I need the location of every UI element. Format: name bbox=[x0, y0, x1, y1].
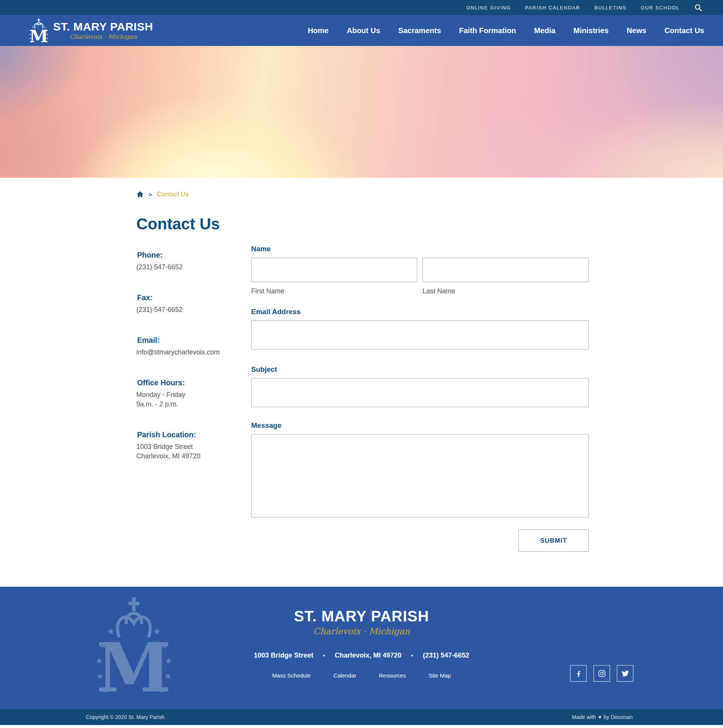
parish-location-street: 1003 Bridge Street bbox=[136, 442, 234, 451]
svg-text:★: ★ bbox=[32, 26, 34, 28]
office-hours-times: 9a.m. - 2 p.m. bbox=[136, 399, 234, 409]
topbar-link-bulletins[interactable]: BULLETINS bbox=[594, 5, 626, 11]
svg-text:★: ★ bbox=[153, 627, 161, 636]
svg-text:★: ★ bbox=[31, 41, 32, 43]
message-textarea[interactable] bbox=[251, 434, 588, 517]
svg-text:★: ★ bbox=[29, 33, 31, 35]
topbar-link-parish-calendar[interactable]: PARISH CALENDAR bbox=[525, 5, 580, 11]
nav-item-faith-formation[interactable]: Faith Formation bbox=[459, 26, 516, 35]
brand-home-link[interactable]: M ★ ★ ★ ★ ★ ★ ★ ★ ★ ★ ST. MARY PARISH Ch… bbox=[29, 17, 153, 44]
footer-link-resources[interactable]: Resources bbox=[379, 672, 406, 679]
contact-info-column: Phone: (231) 547-6652 Fax: (231) 547-665… bbox=[136, 244, 234, 552]
main-content: > Contact Us Contact Us Phone: (231) 547… bbox=[0, 190, 723, 587]
instagram-icon[interactable] bbox=[593, 665, 610, 682]
last-name-input[interactable] bbox=[422, 258, 588, 282]
last-name-sublabel: Last Name bbox=[422, 287, 588, 296]
nav-item-sacraments[interactable]: Sacraments bbox=[398, 26, 441, 35]
topbar-link-our-school[interactable]: OUR SCHOOL bbox=[641, 5, 680, 11]
message-field-label: Message bbox=[251, 421, 588, 430]
svg-text:★: ★ bbox=[159, 685, 166, 695]
credit-text: Made with ♥ by Diocesan bbox=[572, 714, 633, 720]
nav-item-news[interactable]: News bbox=[627, 26, 646, 35]
brand-tagline: Charlevoix · Michigan bbox=[69, 33, 136, 41]
contact-form: Name First Name Last Name Email Address … bbox=[251, 244, 588, 552]
subject-field-label: Subject bbox=[251, 364, 588, 374]
parish-location-city: Charlevoix, MI 49720 bbox=[136, 451, 234, 461]
name-field-label: Name bbox=[251, 244, 588, 254]
svg-text:★: ★ bbox=[164, 671, 171, 681]
svg-text:★: ★ bbox=[29, 37, 31, 40]
credit-suffix: by Diocesan bbox=[604, 714, 633, 720]
hero-sky-image bbox=[0, 46, 723, 178]
svg-text:★: ★ bbox=[44, 26, 46, 28]
top-utility-bar: ONLINE GIVING PARISH CALENDAR BULLETINS … bbox=[0, 0, 723, 15]
parish-location-label: Parish Location: bbox=[136, 430, 234, 439]
page-title: Contact Us bbox=[136, 215, 588, 234]
facebook-icon[interactable] bbox=[570, 665, 587, 682]
email-value: info@stmarycharlevoix.com bbox=[136, 348, 234, 357]
fax-value: (231) 547-6652 bbox=[136, 305, 234, 315]
phone-value: (231) 547-6652 bbox=[136, 263, 234, 272]
home-icon[interactable] bbox=[136, 191, 144, 198]
footer-link-mass-schedule[interactable]: Mass Schedule bbox=[272, 672, 311, 679]
info-block-fax: Fax: (231) 547-6652 bbox=[136, 293, 234, 315]
nav-item-about-us[interactable]: About Us bbox=[347, 26, 380, 35]
footer-street: 1003 Bridge Street bbox=[254, 652, 313, 659]
breadcrumb-separator: > bbox=[149, 191, 152, 198]
footer-city: Charlevoix, MI 49720 bbox=[335, 652, 401, 659]
info-block-parish-location: Parish Location: 1003 Bridge Street Char… bbox=[136, 430, 234, 461]
svg-text:★: ★ bbox=[47, 33, 49, 35]
svg-text:★: ★ bbox=[165, 656, 172, 665]
phone-label: Phone: bbox=[136, 250, 234, 260]
nav-item-ministries[interactable]: Ministries bbox=[573, 26, 608, 35]
footer-social-icons bbox=[570, 665, 633, 682]
footer: M ★ ★ ★ ★ ★ ★ ★ ★ ★ ★ ST. MARY PARISH Ch… bbox=[0, 587, 723, 709]
brand-title: ST. MARY PARISH bbox=[53, 20, 153, 33]
parish-logo-icon: M ★ ★ ★ ★ ★ ★ ★ ★ ★ ★ bbox=[29, 18, 49, 44]
nav-item-contact-us[interactable]: Contact Us bbox=[664, 26, 704, 35]
footer-separator-dot: • bbox=[411, 653, 413, 659]
svg-text:★: ★ bbox=[95, 656, 103, 665]
bottom-bar: Copyright © 2020 St. Mary Parish Made wi… bbox=[0, 709, 723, 725]
breadcrumb: > Contact Us bbox=[136, 190, 588, 199]
svg-text:★: ★ bbox=[96, 671, 104, 681]
breadcrumb-current: Contact Us bbox=[157, 191, 189, 198]
svg-text:★: ★ bbox=[46, 29, 47, 32]
submit-button[interactable]: SUBMIT bbox=[518, 529, 588, 552]
topbar-link-online-giving[interactable]: ONLINE GIVING bbox=[466, 5, 511, 11]
nav-item-media[interactable]: Media bbox=[534, 26, 555, 35]
footer-link-site-map[interactable]: Site Map bbox=[428, 672, 451, 679]
email-field-label: Email Address bbox=[251, 307, 588, 317]
footer-link-calendar[interactable]: Calendar bbox=[333, 672, 356, 679]
search-icon[interactable] bbox=[694, 3, 702, 12]
copyright-text: Copyright © 2020 St. Mary Parish bbox=[86, 714, 165, 720]
office-hours-label: Office Hours: bbox=[136, 378, 234, 387]
nav-item-home[interactable]: Home bbox=[308, 26, 329, 35]
first-name-input[interactable] bbox=[251, 258, 417, 282]
nav-menu: Home About Us Sacraments Faith Formation… bbox=[308, 26, 704, 35]
parish-logo-watermark-icon: M ★ ★ ★ ★ ★ ★ ★ ★ ★ ★ bbox=[95, 596, 173, 697]
svg-text:★: ★ bbox=[99, 641, 107, 650]
twitter-icon[interactable] bbox=[617, 665, 633, 682]
email-label: Email: bbox=[136, 335, 234, 345]
info-block-phone: Phone: (231) 547-6652 bbox=[136, 250, 234, 272]
office-hours-days: Monday - Friday bbox=[136, 390, 234, 399]
footer-separator-dot: • bbox=[323, 653, 325, 659]
svg-text:★: ★ bbox=[46, 37, 48, 40]
info-block-office-hours: Office Hours: Monday - Friday 9a.m. - 2 … bbox=[136, 378, 234, 409]
svg-text:★: ★ bbox=[102, 685, 109, 695]
svg-text:★: ★ bbox=[107, 627, 115, 636]
footer-phone: (231) 547-6652 bbox=[423, 652, 469, 659]
first-name-sublabel: First Name bbox=[251, 287, 417, 296]
svg-text:★: ★ bbox=[161, 641, 168, 650]
info-block-email: Email: info@stmarycharlevoix.com bbox=[136, 335, 234, 357]
svg-text:★: ★ bbox=[45, 41, 47, 43]
main-navigation: M ★ ★ ★ ★ ★ ★ ★ ★ ★ ★ ST. MARY PARISH Ch… bbox=[0, 15, 723, 46]
svg-text:★: ★ bbox=[30, 29, 32, 32]
fax-label: Fax: bbox=[136, 293, 234, 303]
heart-icon: ♥ bbox=[598, 714, 601, 720]
credit-prefix: Made with bbox=[572, 714, 596, 720]
subject-input[interactable] bbox=[251, 378, 588, 407]
email-input[interactable] bbox=[251, 321, 588, 350]
